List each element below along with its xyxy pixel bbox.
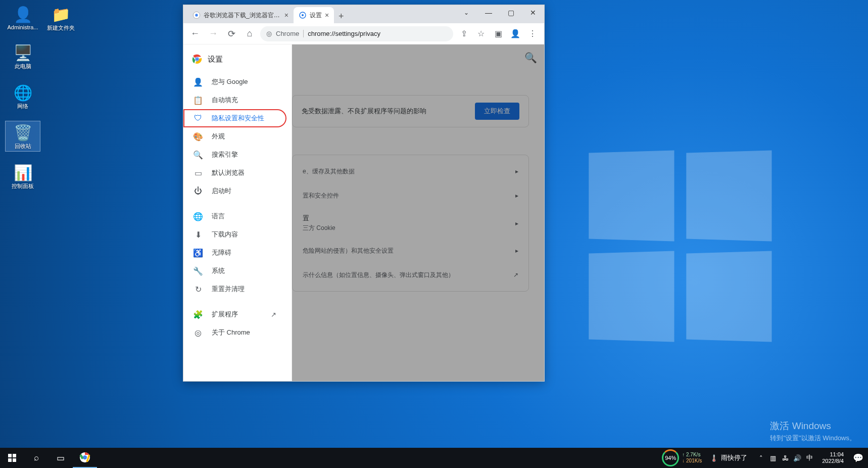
recycle-bin-icon: 🗑️ bbox=[13, 122, 33, 143]
kebab-menu-icon[interactable]: ⋮ bbox=[525, 26, 540, 41]
forward-button[interactable]: → bbox=[206, 26, 221, 41]
content-scrim bbox=[292, 44, 544, 381]
wrench-icon: 🔧 bbox=[194, 266, 203, 275]
sidebar-item-accessibility[interactable]: ♿ 无障碍 bbox=[183, 244, 286, 262]
sidebar-item-default-browser[interactable]: ▭ 默认浏览器 bbox=[183, 164, 286, 182]
windows-logo-background bbox=[586, 152, 778, 344]
desktop-icons-column-1: 👤 Administra... 🖥️ 此电脑 🌐 网络 🗑️ 回收站 📊 控制面… bbox=[5, 3, 40, 192]
desktop-icon-administrator[interactable]: 👤 Administra... bbox=[5, 3, 40, 32]
activation-watermark: 激活 Windows 转到"设置"以激活 Windows。 bbox=[770, 419, 856, 443]
sidebar-divider bbox=[183, 200, 292, 207]
tray-app-icon[interactable]: ▥ bbox=[768, 454, 778, 462]
chrome-lock-icon: ◎ bbox=[266, 30, 272, 37]
home-button[interactable]: ⌂ bbox=[242, 26, 257, 41]
tab-close-icon[interactable]: × bbox=[325, 11, 329, 19]
back-button[interactable]: ← bbox=[187, 26, 203, 41]
desktop-icon-label: Administra... bbox=[7, 24, 38, 30]
taskbar-clock[interactable]: 11:04 2022/8/4 bbox=[818, 451, 848, 464]
maximize-button[interactable]: ▢ bbox=[500, 5, 522, 20]
desktop-icon-recycle-bin[interactable]: 🗑️ 回收站 bbox=[5, 121, 40, 152]
sidebar-item-downloads[interactable]: ⬇ 下载内容 bbox=[183, 225, 286, 244]
desktop-icon-control-panel[interactable]: 📊 控制面板 bbox=[5, 161, 40, 192]
browser-tab-1[interactable]: 谷歌浏览器下载_浏览器官网入口 × bbox=[187, 7, 294, 23]
volume-tray-icon[interactable]: 🔊 bbox=[793, 454, 802, 462]
desktop-icon-new-folder[interactable]: 📁 新建文件夹 bbox=[43, 3, 78, 33]
weather-widget[interactable]: 🌡️ 雨快停了 bbox=[705, 453, 752, 462]
network-tray-icon[interactable]: 🖧 bbox=[781, 454, 790, 462]
sidebar-item-extensions[interactable]: 🧩 扩展程序 ↗ bbox=[183, 305, 286, 323]
action-center-button[interactable]: 💬 bbox=[848, 448, 868, 468]
task-view-button[interactable]: ▭ bbox=[49, 448, 73, 468]
sidebar-item-autofill[interactable]: 📋 自动填充 bbox=[183, 91, 286, 109]
bookmark-icon[interactable]: ☆ bbox=[473, 26, 489, 41]
sidebar-item-search-engine[interactable]: 🔍 搜索引擎 bbox=[183, 146, 286, 164]
sidebar-item-startup[interactable]: ⏻ 启动时 bbox=[183, 182, 286, 200]
toolbar-right-icons: ⇪ ☆ ▣ 👤 ⋮ bbox=[456, 26, 540, 41]
window-dropdown-icon[interactable]: ⌄ bbox=[455, 5, 477, 20]
sidebar-item-privacy-security[interactable]: 🛡 隐私设置和安全性 bbox=[183, 109, 286, 127]
sidebar-item-languages[interactable]: 🌐 语言 bbox=[183, 207, 286, 225]
clock-time: 11:04 bbox=[830, 451, 844, 458]
sidebar-header: 设置 bbox=[183, 50, 292, 73]
sidebar-divider bbox=[183, 298, 292, 305]
chrome-taskbar-button[interactable] bbox=[73, 448, 97, 468]
watermark-subtitle: 转到"设置"以激活 Windows。 bbox=[770, 434, 856, 443]
user-folder-icon: 👤 bbox=[13, 4, 33, 24]
folder-icon: 📁 bbox=[51, 4, 71, 24]
tab-title: 谷歌浏览器下载_浏览器官网入口 bbox=[204, 11, 281, 20]
sidebar-item-about-chrome[interactable]: ◎ 关于 Chrome bbox=[183, 323, 286, 342]
close-window-button[interactable]: ✕ bbox=[522, 5, 544, 20]
upload-speed: ↑ 2.7K/s bbox=[682, 452, 702, 458]
minimize-button[interactable]: — bbox=[477, 5, 500, 20]
svg-rect-9 bbox=[13, 454, 16, 457]
tab-close-icon[interactable]: × bbox=[284, 11, 288, 19]
sidebar-item-label: 系统 bbox=[212, 266, 225, 275]
svg-point-7 bbox=[196, 58, 199, 61]
sidebar-item-label: 无障碍 bbox=[212, 248, 231, 257]
sidebar-item-label: 搜索引擎 bbox=[212, 150, 238, 159]
desktop-icon-network[interactable]: 🌐 网络 bbox=[5, 81, 40, 112]
new-tab-button[interactable]: + bbox=[334, 9, 348, 23]
url-bar: ← → ⟳ ⌂ ◎ Chrome chrome://settings/priva… bbox=[183, 23, 544, 44]
sidebar-item-label: 隐私设置和安全性 bbox=[212, 114, 264, 123]
desktop-icon-label: 网络 bbox=[17, 103, 28, 110]
weather-text: 雨快停了 bbox=[721, 453, 747, 462]
profile-avatar-icon[interactable]: 👤 bbox=[508, 26, 523, 41]
start-button[interactable] bbox=[0, 448, 24, 468]
chrome-window: 谷歌浏览器下载_浏览器官网入口 × 设置 × + ⌄ — ▢ ✕ ← → ⟳ ⌂… bbox=[183, 5, 545, 382]
power-icon: ⏻ bbox=[194, 186, 203, 196]
sidebar-item-reset[interactable]: ↻ 重置并清理 bbox=[183, 280, 286, 298]
download-speed: ↓ 201K/s bbox=[682, 458, 702, 464]
side-panel-icon[interactable]: ▣ bbox=[491, 26, 506, 41]
desktop-icon-label: 新建文件夹 bbox=[47, 24, 75, 32]
omnibox[interactable]: ◎ Chrome chrome://settings/privacy bbox=[260, 26, 453, 41]
sidebar-item-label: 启动时 bbox=[212, 186, 231, 196]
taskbar-right: 94% ↑ 2.7K/s ↓ 201K/s 🌡️ 雨快停了 ˄ ▥ 🖧 🔊 中 … bbox=[659, 448, 868, 468]
sidebar-item-system[interactable]: 🔧 系统 bbox=[183, 262, 286, 280]
control-panel-icon: 📊 bbox=[13, 162, 33, 182]
sidebar-item-label: 您与 Google bbox=[212, 77, 248, 86]
sidebar-item-you-and-google[interactable]: 👤 您与 Google bbox=[183, 73, 286, 91]
reload-button[interactable]: ⟳ bbox=[224, 26, 239, 41]
sidebar-item-label: 关于 Chrome bbox=[212, 328, 250, 337]
settings-sidebar: 设置 👤 您与 Google 📋 自动填充 🛡 隐私设置和安全性 🎨 外观 🔍 … bbox=[183, 44, 292, 381]
browser-tab-2[interactable]: 设置 × bbox=[294, 7, 334, 23]
sidebar-item-label: 扩展程序 bbox=[212, 310, 238, 319]
omnibox-chrome-label: Chrome bbox=[276, 30, 304, 37]
ime-indicator[interactable]: 中 bbox=[805, 453, 814, 462]
desktop-icon-this-pc[interactable]: 🖥️ 此电脑 bbox=[5, 41, 40, 72]
clipboard-icon: 📋 bbox=[194, 96, 203, 105]
search-taskbar-button[interactable]: ⌕ bbox=[24, 448, 49, 468]
share-icon[interactable]: ⇪ bbox=[456, 26, 471, 41]
svg-rect-8 bbox=[8, 454, 12, 457]
tray-chevron-up-icon[interactable]: ˄ bbox=[756, 454, 765, 462]
reset-icon: ↻ bbox=[194, 285, 203, 294]
sidebar-item-label: 重置并清理 bbox=[212, 285, 245, 294]
weather-icon: 🌡️ bbox=[710, 454, 718, 462]
watermark-title: 激活 Windows bbox=[770, 419, 856, 433]
network-meter[interactable]: 94% ↑ 2.7K/s ↓ 201K/s bbox=[659, 449, 705, 466]
sidebar-item-appearance[interactable]: 🎨 外观 bbox=[183, 127, 286, 146]
windows-logo-icon bbox=[8, 454, 16, 462]
chrome-icon: ◎ bbox=[194, 328, 203, 337]
svg-point-13 bbox=[83, 455, 87, 459]
